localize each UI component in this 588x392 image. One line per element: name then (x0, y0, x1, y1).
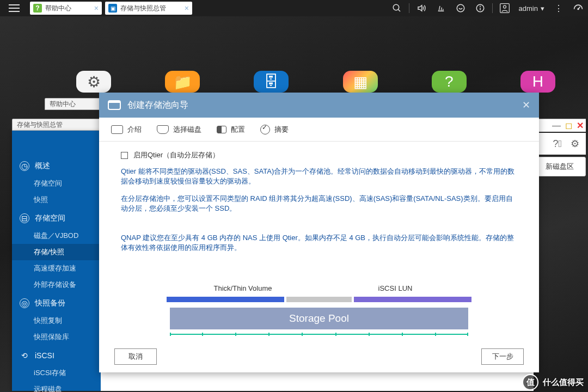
sidebar-item-iscsi-storage[interactable]: iSCSI存储 (12, 365, 101, 381)
share-icon: ⟲ (20, 351, 29, 360)
diagram-thick-label: Thick/Thin Volume (167, 284, 319, 292)
external-icon[interactable] (431, 0, 451, 16)
qtier-desc-2: 在分层存储池中，您可以设置不同类型的 RAID 组并将其分为超高速(SSD)、高… (121, 194, 517, 213)
qtier-desc-1: Qtier 能将不同类型的驱动器(SSD、SAS、SATA)合并为一个存储池。经… (121, 167, 517, 186)
sidebar-item-snapcopy[interactable]: 快照复制 (12, 313, 101, 329)
svg-point-2 (457, 4, 464, 12)
diagram-lun-label: iSCSI LUN (319, 284, 471, 292)
next-button[interactable]: 下一步 (481, 348, 524, 365)
step-config[interactable]: 配置 (217, 125, 245, 134)
bg-window-sm-title: 存储与快照总管 (12, 119, 110, 131)
menu-icon[interactable] (0, 0, 28, 16)
camera-icon: ◎ (20, 298, 29, 308)
qtier-desc-3: QNAP 建议您在至少具有 4 GB 内存的 NAS 上使用 Qtier。如果内… (121, 233, 517, 253)
step-intro[interactable]: 介绍 (111, 125, 142, 134)
disk-icon: ⊟ (20, 213, 29, 223)
diagram-gap (286, 297, 352, 302)
diagram-lun-bar (354, 297, 471, 302)
desktop-app-storage[interactable]: 🗄 (254, 71, 289, 93)
desktop-app-files[interactable]: 📁 (165, 71, 200, 93)
svg-point-7 (503, 5, 506, 8)
sidebar-item-cache[interactable]: 高速缓存加速 (12, 260, 101, 277)
wizard-header: 创建存储池向导 ✕ (99, 93, 539, 118)
disk-icon (157, 125, 169, 134)
desktop-app-control[interactable]: ⚙ (76, 71, 111, 93)
sidebar-item-storage-snapshot[interactable]: 存储/快照 (12, 244, 101, 260)
step-summary[interactable]: 摘要 (260, 125, 289, 134)
wizard-title: 创建存储池向导 (127, 100, 188, 111)
taskbar-label: 存储与快照总管 (120, 4, 166, 13)
qtier-checkbox-row[interactable]: 启用Qtier（自动分层存储） (121, 150, 517, 160)
close-icon[interactable]: × (94, 4, 99, 13)
chevron-down-icon: ▾ (541, 4, 544, 13)
summary-icon (260, 125, 270, 134)
step-select-disk[interactable]: 选择磁盘 (157, 125, 201, 134)
diagram-raid-bar (170, 333, 468, 335)
more-icon[interactable]: ⋮ (549, 0, 568, 16)
system-topbar: ? 帮助中心 × ▣ 存储与快照总管 × admin ▾ ⋮ (0, 0, 588, 16)
wizard-steps: 介绍 选择磁盘 配置 摘要 (99, 118, 539, 142)
sidebar-item-storage-space[interactable]: 存储空间 (12, 175, 101, 192)
qtier-label: 启用Qtier（自动分层存储） (133, 150, 219, 160)
user-name: admin (519, 4, 538, 13)
sidebar-item-snapvault[interactable]: 快照保险库 (12, 329, 101, 345)
taskbar-item-help[interactable]: ? 帮助中心 × (30, 2, 102, 15)
sm-sidebar: ◷概述 存储空间 快照 ⊟存储空间 磁盘／VJBOD 存储/快照 高速缓存加速 … (12, 131, 101, 391)
storage-icon: ▣ (108, 4, 117, 13)
help-icon: ? (33, 4, 42, 13)
dashboard-icon[interactable] (568, 0, 588, 16)
sidebar-item-storage[interactable]: ⊟存储空间 (12, 208, 101, 228)
svg-point-0 (393, 4, 399, 10)
svg-point-9 (578, 9, 579, 10)
wizard-body: 启用Qtier（自动分层存储） Qtier 能将不同类型的驱动器(SSD、SAS… (99, 142, 539, 341)
new-partition-button[interactable]: 新磁盘区 (534, 157, 586, 176)
svg-line-1 (398, 9, 400, 11)
sidebar-item-disks[interactable]: 磁盘／VJBOD (12, 228, 101, 244)
task-icon[interactable] (451, 0, 470, 16)
svg-point-5 (480, 6, 480, 7)
bg-window-actions: ?⃝⚙ (534, 133, 586, 155)
desktop-app-center[interactable]: ▦ (343, 71, 378, 93)
gear-icon[interactable]: ⚙ (571, 138, 579, 150)
watermark: 值 什么值得买 (522, 374, 584, 390)
pool-diagram: Thick/Thin Volume iSCSI LUN Storage Pool… (121, 284, 517, 341)
user-icon[interactable] (495, 0, 514, 16)
close-icon[interactable]: ✕ (522, 99, 530, 111)
watermark-icon: 值 (522, 374, 538, 390)
sidebar-item-external[interactable]: 外部存储设备 (12, 277, 101, 293)
desktop-app-hd[interactable]: H (520, 71, 555, 93)
intro-icon (111, 125, 123, 134)
taskbar-label: 帮助中心 (45, 4, 71, 13)
sidebar-item-iscsi[interactable]: ⟲iSCSI (12, 345, 101, 365)
sidebar-item-snapshot[interactable]: 快照 (12, 192, 101, 208)
diagram-pool: Storage Pool (167, 308, 471, 329)
info-icon[interactable] (470, 0, 490, 16)
config-icon (217, 126, 226, 133)
user-menu[interactable]: admin ▾ (514, 4, 549, 13)
bg-window-controls: —◻✕ (534, 119, 586, 132)
volume-icon[interactable] (412, 0, 431, 16)
help-icon[interactable]: ?⃝ (553, 138, 562, 150)
diagram-thick-bar (167, 297, 284, 302)
sidebar-item-remote-disk[interactable]: 远程磁盘 (12, 381, 101, 392)
gauge-icon: ◷ (20, 161, 29, 171)
close-icon[interactable]: × (185, 4, 189, 13)
create-pool-wizard: 创建存储池向导 ✕ 介绍 选择磁盘 配置 摘要 启用Qtier（自动分层存储） … (99, 93, 539, 372)
wizard-footer: 取消 下一步 (99, 341, 539, 372)
search-icon[interactable] (387, 0, 407, 16)
cancel-button[interactable]: 取消 (114, 348, 157, 365)
desktop-app-help[interactable]: ? (432, 71, 467, 93)
sidebar-item-overview[interactable]: ◷概述 (12, 156, 101, 175)
sidebar-item-snapbackup[interactable]: ◎快照备份 (12, 293, 101, 313)
checkbox-icon[interactable] (121, 152, 128, 159)
pool-icon (108, 100, 121, 110)
taskbar-item-storage[interactable]: ▣ 存储与快照总管 × (105, 2, 192, 15)
